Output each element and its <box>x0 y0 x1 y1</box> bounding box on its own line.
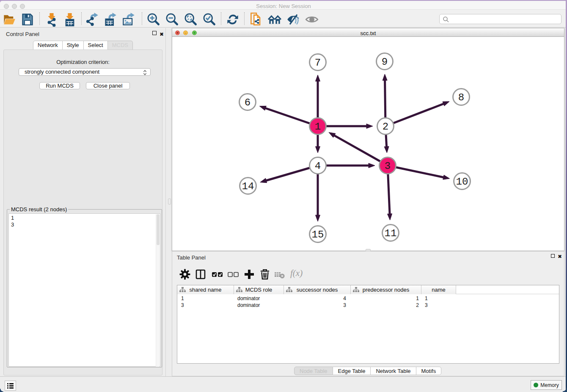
svg-text:14: 14 <box>242 181 254 192</box>
svg-text:1: 1 <box>315 121 321 133</box>
svg-text:9: 9 <box>382 56 388 68</box>
svg-text:4: 4 <box>315 160 321 172</box>
svg-text:3: 3 <box>385 160 391 172</box>
svg-text:8: 8 <box>458 92 464 103</box>
svg-text:15: 15 <box>312 229 324 240</box>
svg-text:7: 7 <box>315 57 321 69</box>
svg-text:10: 10 <box>456 176 468 188</box>
svg-text:11: 11 <box>385 228 397 239</box>
svg-text:2: 2 <box>383 121 388 133</box>
svg-text:6: 6 <box>245 97 250 108</box>
